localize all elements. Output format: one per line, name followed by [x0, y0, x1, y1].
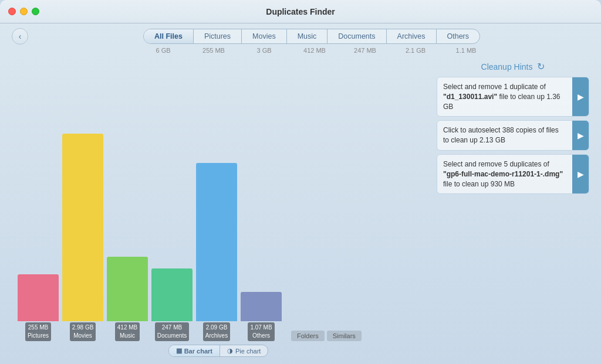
hints-title: Cleanup Hints — [481, 62, 533, 72]
size-label-movies: 3 GB — [239, 47, 289, 54]
close-button[interactable] — [8, 8, 16, 15]
tab-music[interactable]: Music — [287, 29, 328, 43]
titlebar: Duplicates Finder — [0, 0, 601, 23]
chart-bottom: ▦Bar chart◑Pie chart — [6, 341, 431, 358]
tab-others[interactable]: Others — [437, 29, 480, 43]
size-label-documents: 247 MB — [340, 47, 390, 54]
bar-label-0: 255 MBPictures — [25, 322, 51, 341]
sizes-row: 6 GB255 MB3 GB412 MB247 MB2.1 GB1.1 MB — [0, 45, 601, 55]
size-label-pictures: 255 MB — [188, 47, 239, 54]
bar-group-5: 1.07 MBOthers — [241, 292, 282, 341]
hints-list: Select and remove 1 duplicate of "d1_130… — [437, 77, 589, 198]
hint-arrow-1[interactable]: ▶ — [572, 121, 589, 150]
chart-type-toggle: ▦Bar chart◑Pie chart — [168, 345, 269, 357]
refresh-icon[interactable]: ↻ — [537, 61, 545, 72]
chart-area: 255 MBPictures2.98 GBMovies412 MBMusic24… — [6, 61, 431, 358]
minimize-button[interactable] — [20, 8, 28, 15]
hint-text-0: Select and remove 1 duplicate of "d1_130… — [437, 77, 572, 116]
size-label-archives: 2.1 GB — [390, 47, 441, 54]
hint-arrow-2[interactable]: ▶ — [572, 155, 589, 193]
hint-card-1: Click to autoselect 388 copies of files … — [437, 120, 589, 151]
tab-archives[interactable]: Archives — [387, 29, 437, 43]
bar-5[interactable] — [241, 292, 282, 321]
hint-card-2: Select and remove 5 duplicates of "gp6-f… — [437, 154, 589, 194]
bar-group-4: 2.09 GBArchives — [196, 163, 237, 341]
bar-label-1: 2.98 GBMovies — [70, 322, 96, 341]
bar-label-5: 1.07 MBOthers — [248, 322, 274, 341]
tabs-container: All FilesPicturesMoviesMusicDocumentsArc… — [34, 29, 589, 44]
tab-documents[interactable]: Documents — [327, 29, 386, 43]
bar-4[interactable] — [196, 163, 237, 321]
bar-chart: 255 MBPictures2.98 GBMovies412 MBMusic24… — [6, 61, 431, 341]
bar-label-3: 247 MBDocuments — [155, 322, 190, 341]
extra-btn-similars[interactable]: Similars — [327, 331, 362, 341]
bar-0[interactable] — [18, 274, 59, 321]
size-label-music: 412 MB — [289, 47, 340, 54]
category-tabs: All FilesPicturesMoviesMusicDocumentsArc… — [143, 29, 480, 44]
main-content: 255 MBPictures2.98 GBMovies412 MBMusic24… — [0, 55, 601, 364]
tab-pictures[interactable]: Pictures — [194, 29, 242, 43]
hint-arrow-0[interactable]: ▶ — [572, 77, 589, 116]
extra-buttons: FoldersSimilars — [291, 331, 362, 341]
window-title: Duplicates Finder — [266, 7, 335, 16]
app-window: Duplicates Finder ‹ All FilesPicturesMov… — [0, 0, 601, 364]
hints-header: Cleanup Hints ↻ — [437, 61, 589, 72]
bar-group-2: 412 MBMusic — [107, 257, 148, 341]
back-button[interactable]: ‹ — [12, 28, 28, 45]
bar-2[interactable] — [107, 257, 148, 321]
bar-group-3: 247 MBDocuments — [151, 268, 193, 341]
hint-card-0: Select and remove 1 duplicate of "d1_130… — [437, 77, 589, 117]
bar-label-4: 2.09 GBArchives — [203, 322, 230, 341]
hint-text-2: Select and remove 5 duplicates of "gp6-f… — [437, 155, 572, 193]
bar-group-1: 2.98 GBMovies — [62, 134, 103, 341]
toolbar: ‹ All FilesPicturesMoviesMusicDocumentsA… — [0, 23, 601, 45]
size-label-others: 1.1 MB — [441, 47, 491, 54]
bar-group-0: 255 MBPictures — [18, 274, 59, 341]
tab-all-files[interactable]: All Files — [144, 29, 194, 43]
window-controls — [8, 8, 39, 15]
size-label-all-files: 6 GB — [138, 47, 188, 54]
bar-3[interactable] — [151, 268, 193, 321]
tab-movies[interactable]: Movies — [242, 29, 287, 43]
chart-toggle-pie-chart[interactable]: ◑Pie chart — [220, 345, 268, 356]
bar-label-2: 412 MBMusic — [115, 322, 140, 341]
hint-text-1: Click to autoselect 388 copies of files … — [437, 121, 572, 150]
extra-btn-folders[interactable]: Folders — [291, 331, 325, 341]
chart-toggle-bar-chart[interactable]: ▦Bar chart — [169, 345, 220, 356]
hints-panel: Cleanup Hints ↻ Select and remove 1 dupl… — [437, 61, 589, 358]
maximize-button[interactable] — [32, 8, 39, 15]
bar-1[interactable] — [62, 134, 103, 321]
